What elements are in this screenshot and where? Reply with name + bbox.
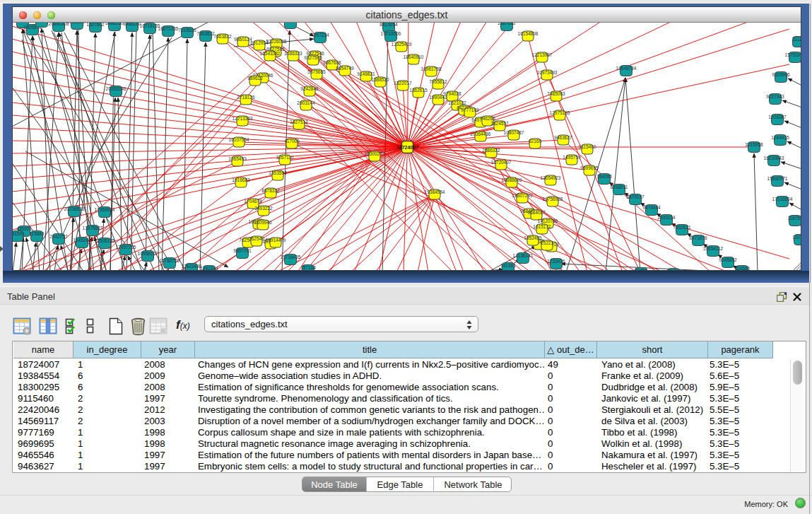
- svg-text:16210643: 16210643: [764, 156, 784, 160]
- svg-text:7357234: 7357234: [311, 33, 329, 37]
- svg-text:3824557: 3824557: [490, 121, 509, 126]
- svg-text:15716435: 15716435: [281, 255, 301, 259]
- svg-text:9115460: 9115460: [579, 144, 596, 149]
- svg-text:12923446: 12923446: [182, 264, 202, 269]
- svg-text:5375685: 5375685: [307, 69, 326, 74]
- svg-text:8813054: 8813054: [379, 23, 398, 27]
- svg-text:17957255: 17957255: [116, 245, 136, 250]
- svg-text:9227343: 9227343: [766, 94, 784, 99]
- svg-text:16154808: 16154808: [518, 31, 539, 36]
- svg-text:10958107: 10958107: [138, 251, 158, 256]
- svg-text:164095: 164095: [596, 174, 612, 179]
- svg-text:20691406: 20691406: [49, 23, 69, 26]
- svg-text:3186323: 3186323: [284, 51, 302, 56]
- svg-text:18640910: 18640910: [404, 54, 424, 59]
- svg-text:7663822: 7663822: [213, 34, 232, 39]
- svg-text:1733426: 1733426: [547, 259, 565, 264]
- svg-text:9699695: 9699695: [580, 165, 599, 170]
- svg-text:1145194: 1145194: [73, 238, 91, 243]
- svg-text:17359924: 17359924: [95, 207, 115, 212]
- svg-text:2718126: 2718126: [237, 95, 255, 100]
- svg-text:417006: 417006: [284, 139, 300, 144]
- svg-text:1362615: 1362615: [409, 88, 428, 93]
- svg-text:9684067: 9684067: [527, 210, 546, 215]
- svg-text:9242848: 9242848: [300, 86, 319, 91]
- svg-text:19384554: 19384554: [425, 189, 445, 194]
- svg-text:9860124: 9860124: [234, 37, 252, 42]
- svg-text:1353594: 1353594: [269, 170, 287, 175]
- svg-text:6466160: 6466160: [105, 23, 124, 25]
- svg-text:746266: 746266: [480, 116, 495, 121]
- svg-text:18807249: 18807249: [512, 193, 533, 198]
- svg-text:7932621: 7932621: [673, 225, 691, 230]
- svg-text:19756928: 19756928: [543, 197, 563, 201]
- svg-text:25221: 25221: [541, 240, 553, 245]
- svg-text:10653267: 10653267: [67, 23, 88, 24]
- svg-text:1615172: 1615172: [533, 224, 551, 229]
- svg-text:1527602: 1527602: [86, 23, 105, 27]
- svg-text:17016504: 17016504: [772, 197, 793, 201]
- svg-text:1704678: 1704678: [244, 199, 262, 204]
- svg-text:2967608: 2967608: [323, 60, 341, 65]
- svg-text:7663822: 7663822: [196, 31, 215, 36]
- svg-text:9329966: 9329966: [772, 72, 790, 77]
- svg-text:8878332: 8878332: [261, 188, 280, 193]
- svg-text:9327505: 9327505: [304, 55, 322, 60]
- svg-text:12975165: 12975165: [550, 110, 570, 115]
- svg-text:20053346: 20053346: [106, 86, 126, 91]
- svg-text:13975887: 13975887: [83, 226, 103, 230]
- svg-text:25300273: 25300273: [365, 151, 385, 156]
- svg-text:16671355: 16671355: [158, 26, 179, 31]
- svg-text:12213967: 12213967: [532, 52, 553, 57]
- svg-text:924565: 924565: [734, 266, 750, 270]
- svg-text:116753: 116753: [787, 216, 801, 221]
- svg-text:14136141: 14136141: [513, 253, 534, 258]
- svg-text:8471676: 8471676: [689, 235, 707, 240]
- svg-text:1495759: 1495759: [563, 155, 581, 160]
- svg-text:7515526: 7515526: [178, 28, 196, 33]
- svg-text:16543382: 16543382: [260, 51, 281, 56]
- svg-text:3427512: 3427512: [290, 119, 308, 124]
- svg-text:12505135: 12505135: [95, 238, 115, 243]
- svg-text:15751074: 15751074: [785, 52, 801, 57]
- svg-text:115689: 115689: [29, 231, 45, 236]
- svg-text:7955812: 7955812: [429, 79, 447, 84]
- svg-text:1916682: 1916682: [232, 177, 250, 182]
- svg-text:989612: 989612: [247, 76, 263, 81]
- svg-text:2933114: 2933114: [658, 215, 676, 220]
- svg-text:13325419: 13325419: [392, 42, 412, 47]
- svg-text:10807487: 10807487: [504, 130, 524, 135]
- svg-text:10961758: 10961758: [421, 66, 442, 71]
- svg-text:1965493: 1965493: [228, 156, 247, 161]
- svg-text:2903144: 2903144: [297, 100, 315, 105]
- svg-text:1952485: 1952485: [524, 235, 542, 240]
- svg-text:20364436: 20364436: [471, 132, 491, 136]
- svg-text:12213363: 12213363: [233, 116, 253, 121]
- svg-text:435001: 435001: [16, 226, 32, 231]
- svg-text:10654112: 10654112: [703, 246, 724, 251]
- svg-text:8454749: 8454749: [336, 66, 354, 71]
- svg-text:7485063: 7485063: [547, 91, 565, 96]
- svg-text:3493222: 3493222: [254, 206, 273, 211]
- svg-text:14120786: 14120786: [538, 218, 558, 223]
- svg-text:92456: 92456: [667, 269, 680, 270]
- svg-text:19218506: 19218506: [381, 31, 401, 36]
- svg-text:9463627: 9463627: [554, 135, 572, 140]
- svg-text:9146821: 9146821: [357, 71, 375, 76]
- svg-text:20206516: 20206516: [64, 206, 85, 211]
- svg-text:62160: 62160: [529, 139, 541, 144]
- svg-text:1588520: 1588520: [371, 77, 389, 82]
- svg-text:10648784: 10648784: [616, 66, 637, 71]
- svg-text:92456: 92456: [635, 268, 647, 270]
- svg-text:2586322: 2586322: [482, 148, 500, 153]
- svg-text:16782759: 16782759: [160, 258, 180, 263]
- svg-text:391591: 391591: [13, 231, 25, 236]
- svg-text:157164: 157164: [300, 265, 316, 270]
- svg-text:8938911: 8938911: [611, 185, 628, 189]
- svg-text:1209387: 1209387: [768, 115, 787, 119]
- svg-text:2887682: 2887682: [498, 23, 516, 25]
- svg-text:141361: 141361: [500, 263, 516, 268]
- svg-text:10973493: 10973493: [537, 70, 558, 75]
- svg-text:6479197: 6479197: [626, 194, 645, 199]
- svg-text:1322017: 1322017: [394, 81, 412, 86]
